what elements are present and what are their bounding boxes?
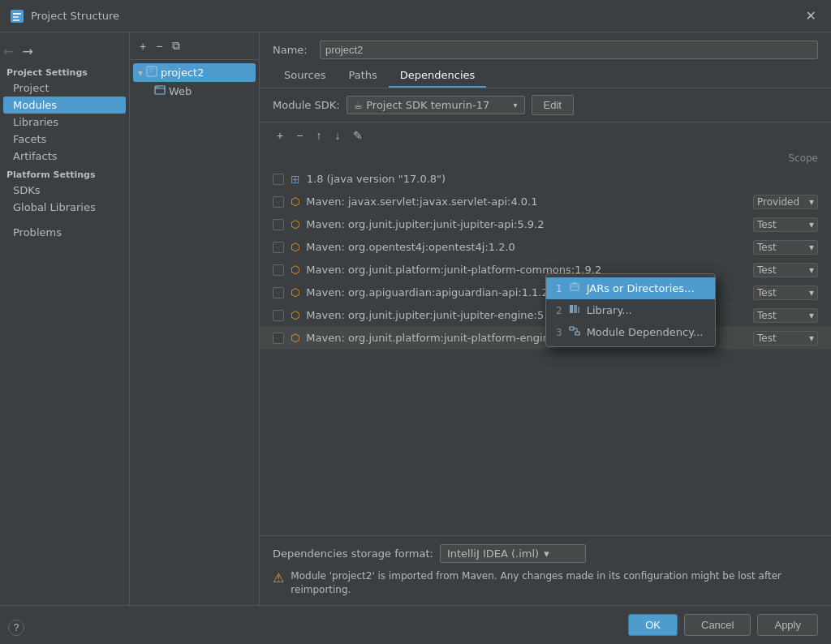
dep-checkbox-3[interactable] bbox=[273, 242, 284, 253]
warning-icon: ⚠ bbox=[273, 570, 284, 586]
dep-checkbox-4[interactable] bbox=[273, 264, 284, 276]
tree-item-web[interactable]: Web bbox=[149, 82, 256, 101]
storage-row: Dependencies storage format: IntelliJ ID… bbox=[273, 544, 818, 563]
sdk-dropdown[interactable]: ☕ Project SDK temurin-17 ▾ bbox=[347, 96, 525, 114]
window-title: Project Structure bbox=[31, 10, 794, 22]
dep-toolbar: + − ↑ ↓ ✎ bbox=[260, 122, 831, 149]
dep-checkbox-7[interactable] bbox=[273, 333, 284, 344]
item-num-2: 2 bbox=[556, 305, 562, 316]
scope-arrow-3: ▾ bbox=[809, 242, 814, 253]
nav-arrows: ← → bbox=[0, 39, 129, 62]
dep-row-3[interactable]: ⬡ Maven: org.opentest4j:opentest4j:1.2.0… bbox=[260, 236, 831, 259]
maven-icon-2: ⬡ bbox=[291, 218, 299, 230]
sidebar-item-sdks[interactable]: SDKs bbox=[0, 182, 129, 199]
move-down-dep-button[interactable]: ↓ bbox=[330, 127, 344, 144]
title-bar: Project Structure ✕ bbox=[0, 0, 831, 32]
maven-icon-5: ⬡ bbox=[291, 286, 299, 298]
sidebar-item-project[interactable]: Project bbox=[0, 79, 129, 97]
back-button[interactable]: ← bbox=[0, 42, 17, 61]
svg-rect-3 bbox=[13, 19, 19, 21]
project-structure-dialog: Project Structure ✕ ← → Project Settings… bbox=[0, 0, 831, 644]
svg-rect-2 bbox=[13, 16, 19, 18]
dep-checkbox-1[interactable] bbox=[273, 196, 284, 208]
module-name-label: project2 bbox=[161, 67, 204, 79]
sdk-value: Project SDK temurin-17 bbox=[366, 99, 489, 111]
scope-dropdown-1[interactable]: Provided ▾ bbox=[753, 195, 818, 209]
sidebar-item-modules[interactable]: Modules bbox=[3, 97, 126, 114]
content-area: ⊞ 1.8 (java version "17.0.8") ⬡ Maven: j… bbox=[260, 168, 831, 535]
remove-module-button[interactable]: − bbox=[153, 38, 166, 54]
scope-arrow-1: ▾ bbox=[809, 196, 814, 208]
tabs-row: Sources Paths Dependencies bbox=[260, 64, 831, 88]
apply-button[interactable]: Apply bbox=[757, 614, 818, 636]
scope-arrow-4: ▾ bbox=[809, 264, 814, 276]
storage-dropdown[interactable]: IntelliJ IDEA (.iml) ▾ bbox=[440, 544, 586, 563]
item-num-3: 3 bbox=[556, 327, 562, 338]
module-tree: ▾ project2 bbox=[130, 60, 259, 605]
storage-value: IntelliJ IDEA (.iml) bbox=[447, 547, 539, 560]
sidebar-item-facets[interactable]: Facets bbox=[0, 131, 129, 148]
edit-dep-button[interactable]: ✎ bbox=[349, 127, 367, 144]
tree-item-project2[interactable]: ▾ project2 bbox=[133, 63, 256, 82]
footer: OK Cancel Apply bbox=[0, 605, 831, 644]
sdk-row: Module SDK: ☕ Project SDK temurin-17 ▾ E… bbox=[260, 88, 831, 122]
dropdown-item-module-dep-label: Module Dependency... bbox=[587, 326, 704, 338]
cancel-button[interactable]: Cancel bbox=[684, 614, 751, 636]
help-button[interactable]: ? bbox=[8, 620, 24, 636]
dep-checkbox-5[interactable] bbox=[273, 287, 284, 298]
dep-checkbox-sdk[interactable] bbox=[273, 174, 284, 185]
edit-sdk-button[interactable]: Edit bbox=[532, 95, 574, 115]
dropdown-item-jars[interactable]: 1 JARs or Directories... bbox=[546, 277, 715, 299]
tab-paths[interactable]: Paths bbox=[337, 64, 388, 88]
tab-dependencies[interactable]: Dependencies bbox=[389, 64, 487, 88]
forward-button[interactable]: → bbox=[19, 42, 36, 61]
scope-header: Scope bbox=[260, 149, 831, 168]
sidebar-item-problems[interactable]: Problems bbox=[0, 224, 129, 241]
dep-row-2[interactable]: ⬡ Maven: org.junit.jupiter:junit-jupiter… bbox=[260, 213, 831, 236]
scope-dropdown-7[interactable]: Test ▾ bbox=[753, 331, 818, 346]
sidebar-item-artifacts[interactable]: Artifacts bbox=[0, 148, 129, 165]
dep-row-sdk[interactable]: ⊞ 1.8 (java version "17.0.8") bbox=[260, 168, 831, 191]
scope-dropdown-6[interactable]: Test ▾ bbox=[753, 308, 818, 323]
scope-dropdown-2[interactable]: Test ▾ bbox=[753, 217, 818, 232]
add-dep-button[interactable]: + bbox=[273, 127, 287, 144]
scope-dropdown-5[interactable]: Test ▾ bbox=[753, 286, 818, 300]
copy-module-button[interactable]: ⧉ bbox=[169, 37, 183, 54]
dropdown-item-library[interactable]: 2 Library... bbox=[546, 299, 715, 321]
add-dep-dropdown-menu: 1 JARs or Directories... 2 bbox=[545, 273, 716, 347]
svg-point-7 bbox=[158, 87, 160, 88]
move-up-dep-button[interactable]: ↑ bbox=[312, 127, 325, 144]
ok-button[interactable]: OK bbox=[628, 614, 678, 636]
dropdown-item-module-dep[interactable]: 3 Module Dependency... bbox=[546, 321, 715, 343]
add-module-button[interactable]: + bbox=[136, 38, 149, 54]
dep-checkbox-2[interactable] bbox=[273, 219, 284, 230]
dep-row-1[interactable]: ⬡ Maven: javax.servlet:javax.servlet-api… bbox=[260, 191, 831, 213]
warning-row: ⚠ Module 'project2' is imported from Mav… bbox=[273, 569, 818, 597]
dep-name-3: Maven: org.opentest4j:opentest4j:1.2.0 bbox=[306, 241, 747, 253]
remove-dep-button[interactable]: − bbox=[292, 127, 307, 144]
dep-name-sdk: 1.8 (java version "17.0.8") bbox=[307, 173, 818, 185]
main-content: ← → Project Settings Project Modules Lib… bbox=[0, 32, 831, 605]
scope-arrow-6: ▾ bbox=[809, 310, 814, 321]
library-icon bbox=[569, 303, 580, 317]
sidebar-item-libraries[interactable]: Libraries bbox=[0, 114, 129, 131]
scope-dropdown-3[interactable]: Test ▾ bbox=[753, 240, 818, 255]
module-dep-icon bbox=[569, 325, 580, 339]
close-button[interactable]: ✕ bbox=[801, 6, 821, 25]
sidebar-item-global-libraries[interactable]: Global Libraries bbox=[0, 199, 129, 216]
sdk-dropdown-arrow: ▾ bbox=[514, 101, 518, 109]
right-panel: Name: Sources Paths Dependencies Module … bbox=[260, 32, 831, 605]
scope-arrow-5: ▾ bbox=[809, 287, 814, 298]
sidebar: ← → Project Settings Project Modules Lib… bbox=[0, 32, 130, 605]
svg-rect-13 bbox=[570, 327, 574, 330]
maven-icon-7: ⬡ bbox=[291, 332, 299, 344]
name-input[interactable] bbox=[320, 41, 818, 59]
tab-sources[interactable]: Sources bbox=[273, 64, 337, 88]
middle-toolbar: + − ⧉ bbox=[130, 32, 259, 60]
svg-rect-1 bbox=[13, 13, 21, 15]
dep-checkbox-6[interactable] bbox=[273, 310, 284, 321]
scope-dropdown-4[interactable]: Test ▾ bbox=[753, 263, 818, 277]
platform-settings-label: Platform Settings bbox=[0, 165, 129, 182]
name-label: Name: bbox=[273, 44, 313, 56]
svg-rect-10 bbox=[570, 305, 573, 313]
